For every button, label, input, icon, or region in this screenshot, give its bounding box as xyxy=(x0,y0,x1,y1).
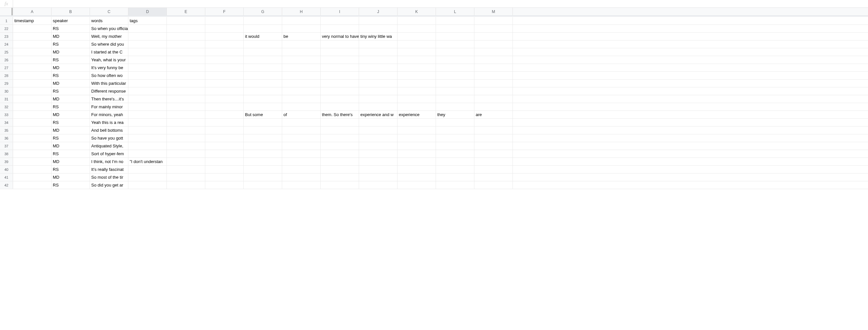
cell[interactable] xyxy=(436,40,474,48)
cell[interactable] xyxy=(167,174,205,181)
cell[interactable] xyxy=(205,134,244,142)
cell[interactable] xyxy=(244,181,282,189)
cell[interactable]: RS xyxy=(52,181,90,189)
cell[interactable] xyxy=(167,158,205,165)
cell[interactable]: very normal to have xyxy=(320,33,359,40)
cell[interactable] xyxy=(320,103,359,111)
cell[interactable] xyxy=(436,142,474,150)
cell[interactable] xyxy=(436,150,474,157)
cell[interactable] xyxy=(244,72,282,79)
cell[interactable] xyxy=(244,80,282,87)
column-header-I[interactable]: I xyxy=(320,8,359,15)
cell[interactable] xyxy=(205,72,244,79)
cell[interactable] xyxy=(436,33,474,40)
cell[interactable] xyxy=(320,48,359,56)
cell[interactable] xyxy=(13,103,52,111)
column-header-J[interactable]: J xyxy=(359,8,398,15)
cell[interactable] xyxy=(282,25,320,32)
row-header[interactable]: 36 xyxy=(0,134,13,142)
cell[interactable]: tags xyxy=(128,17,167,25)
cell[interactable] xyxy=(436,119,474,126)
column-header-K[interactable]: K xyxy=(398,8,436,15)
cell[interactable] xyxy=(13,64,52,71)
cell[interactable] xyxy=(282,134,320,142)
cell[interactable] xyxy=(474,150,513,157)
cell[interactable] xyxy=(13,72,52,79)
cell[interactable] xyxy=(398,17,436,25)
cell[interactable]: MD xyxy=(52,33,90,40)
cell[interactable]: MD xyxy=(52,48,90,56)
cell[interactable]: experience and w xyxy=(359,111,398,118)
cell[interactable] xyxy=(474,103,513,111)
cell[interactable] xyxy=(398,56,436,64)
cell[interactable] xyxy=(244,119,282,126)
cell[interactable]: RS xyxy=(52,134,90,142)
row-header[interactable]: 31 xyxy=(0,95,13,103)
cell[interactable] xyxy=(282,48,320,56)
cell[interactable] xyxy=(244,17,282,25)
cell[interactable]: So when you officially xyxy=(90,25,128,32)
cell[interactable] xyxy=(13,126,52,134)
cell[interactable] xyxy=(320,126,359,134)
cell[interactable] xyxy=(13,166,52,173)
cell[interactable] xyxy=(167,181,205,189)
cell[interactable] xyxy=(436,174,474,181)
cell[interactable] xyxy=(13,80,52,87)
cell[interactable] xyxy=(359,25,398,32)
cell[interactable] xyxy=(436,56,474,64)
cell[interactable] xyxy=(282,17,320,25)
cell[interactable] xyxy=(398,158,436,165)
cell[interactable] xyxy=(398,48,436,56)
column-header-A[interactable]: A xyxy=(13,8,52,15)
cell[interactable] xyxy=(398,40,436,48)
cell[interactable] xyxy=(167,119,205,126)
cell[interactable] xyxy=(244,64,282,71)
cell[interactable]: MD xyxy=(52,95,90,103)
cell[interactable]: Sort of hyper-fem xyxy=(90,150,128,157)
cell[interactable]: MD xyxy=(52,142,90,150)
row-header[interactable]: 23 xyxy=(0,33,13,40)
cell[interactable]: MD xyxy=(52,64,90,71)
cell[interactable] xyxy=(359,134,398,142)
cell[interactable]: it would xyxy=(244,33,282,40)
cell[interactable]: It's very funny be xyxy=(90,64,128,71)
row-header[interactable]: 40 xyxy=(0,166,13,173)
cell[interactable] xyxy=(474,174,513,181)
cell[interactable] xyxy=(282,56,320,64)
cell[interactable] xyxy=(205,150,244,157)
cell[interactable] xyxy=(167,126,205,134)
cell[interactable] xyxy=(398,103,436,111)
cell[interactable]: are xyxy=(474,111,513,118)
cell[interactable] xyxy=(474,72,513,79)
cell[interactable] xyxy=(359,150,398,157)
cell[interactable] xyxy=(474,142,513,150)
cell[interactable] xyxy=(282,64,320,71)
cell[interactable] xyxy=(474,25,513,32)
cell[interactable] xyxy=(398,64,436,71)
cell[interactable] xyxy=(359,158,398,165)
cell[interactable] xyxy=(205,56,244,64)
cell[interactable] xyxy=(167,72,205,79)
cell[interactable] xyxy=(320,158,359,165)
cell[interactable] xyxy=(167,17,205,25)
cell[interactable]: RS xyxy=(52,40,90,48)
cell[interactable] xyxy=(398,119,436,126)
cell[interactable] xyxy=(436,166,474,173)
cell[interactable] xyxy=(167,80,205,87)
column-header-L[interactable]: L xyxy=(436,8,474,15)
cell[interactable] xyxy=(474,48,513,56)
cell[interactable] xyxy=(205,48,244,56)
cell[interactable] xyxy=(13,40,52,48)
cell[interactable]: And bell bottoms xyxy=(90,126,128,134)
cell[interactable] xyxy=(13,95,52,103)
cell[interactable] xyxy=(282,150,320,157)
cell[interactable] xyxy=(436,25,474,32)
cell[interactable] xyxy=(474,87,513,95)
cell[interactable] xyxy=(398,95,436,103)
cell[interactable] xyxy=(474,158,513,165)
row-header[interactable]: 35 xyxy=(0,126,13,134)
cell[interactable]: RS xyxy=(52,56,90,64)
cell[interactable] xyxy=(282,95,320,103)
cell[interactable] xyxy=(205,181,244,189)
cell[interactable] xyxy=(128,150,167,157)
